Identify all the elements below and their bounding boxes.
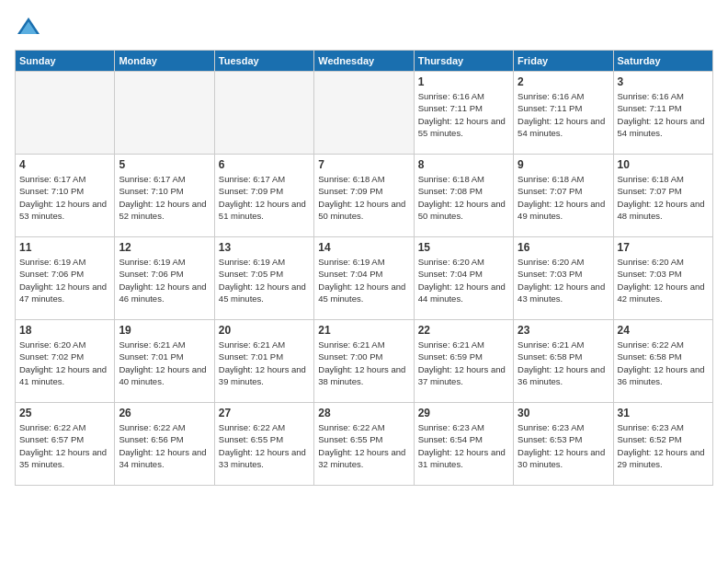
calendar-cell: 4Sunrise: 6:17 AM Sunset: 7:10 PM Daylig… xyxy=(16,155,115,237)
day-info: Sunrise: 6:21 AM Sunset: 7:00 PM Dayligh… xyxy=(318,339,409,387)
day-number: 23 xyxy=(518,324,609,337)
calendar-cell: 20Sunrise: 6:21 AM Sunset: 7:01 PM Dayli… xyxy=(214,320,313,403)
day-number: 21 xyxy=(318,324,409,337)
day-number: 1 xyxy=(418,75,509,88)
calendar-cell: 30Sunrise: 6:23 AM Sunset: 6:53 PM Dayli… xyxy=(514,403,613,486)
calendar-cell: 12Sunrise: 6:19 AM Sunset: 7:06 PM Dayli… xyxy=(115,237,214,320)
day-info: Sunrise: 6:18 AM Sunset: 7:08 PM Dayligh… xyxy=(418,173,509,222)
day-info: Sunrise: 6:18 AM Sunset: 7:09 PM Dayligh… xyxy=(318,173,409,222)
day-info: Sunrise: 6:23 AM Sunset: 6:52 PM Dayligh… xyxy=(618,421,709,470)
day-info: Sunrise: 6:23 AM Sunset: 6:53 PM Dayligh… xyxy=(518,421,609,470)
calendar-cell: 27Sunrise: 6:22 AM Sunset: 6:55 PM Dayli… xyxy=(214,403,313,486)
day-info: Sunrise: 6:21 AM Sunset: 6:58 PM Dayligh… xyxy=(518,339,609,387)
calendar-week-row: 18Sunrise: 6:20 AM Sunset: 7:02 PM Dayli… xyxy=(16,320,713,403)
calendar-cell xyxy=(314,72,414,155)
day-info: Sunrise: 6:21 AM Sunset: 6:59 PM Dayligh… xyxy=(418,339,509,387)
calendar-cell: 1Sunrise: 6:16 AM Sunset: 7:11 PM Daylig… xyxy=(414,72,513,155)
calendar-cell: 11Sunrise: 6:19 AM Sunset: 7:06 PM Dayli… xyxy=(16,237,115,320)
day-number: 5 xyxy=(119,158,210,171)
calendar-cell: 18Sunrise: 6:20 AM Sunset: 7:02 PM Dayli… xyxy=(16,320,115,403)
column-header-sunday: Sunday xyxy=(16,51,115,72)
day-number: 3 xyxy=(618,75,709,88)
calendar-cell: 2Sunrise: 6:16 AM Sunset: 7:11 PM Daylig… xyxy=(514,72,613,155)
calendar-cell: 22Sunrise: 6:21 AM Sunset: 6:59 PM Dayli… xyxy=(414,320,513,403)
day-info: Sunrise: 6:19 AM Sunset: 7:06 PM Dayligh… xyxy=(119,256,210,304)
day-info: Sunrise: 6:23 AM Sunset: 6:54 PM Dayligh… xyxy=(418,421,509,470)
calendar-cell: 8Sunrise: 6:18 AM Sunset: 7:08 PM Daylig… xyxy=(414,155,513,237)
day-number: 25 xyxy=(19,407,110,419)
day-info: Sunrise: 6:17 AM Sunset: 7:10 PM Dayligh… xyxy=(19,173,110,222)
day-number: 20 xyxy=(219,324,310,337)
calendar-week-row: 4Sunrise: 6:17 AM Sunset: 7:10 PM Daylig… xyxy=(16,155,713,237)
day-number: 4 xyxy=(19,158,110,171)
calendar-cell: 19Sunrise: 6:21 AM Sunset: 7:01 PM Dayli… xyxy=(115,320,214,403)
calendar-cell: 24Sunrise: 6:22 AM Sunset: 6:58 PM Dayli… xyxy=(613,320,712,403)
day-number: 19 xyxy=(119,324,210,337)
day-info: Sunrise: 6:22 AM Sunset: 6:58 PM Dayligh… xyxy=(618,339,709,387)
column-header-wednesday: Wednesday xyxy=(314,51,414,72)
day-number: 29 xyxy=(418,407,509,419)
calendar-cell: 21Sunrise: 6:21 AM Sunset: 7:00 PM Dayli… xyxy=(314,320,414,403)
calendar-cell xyxy=(115,72,214,155)
calendar-cell: 26Sunrise: 6:22 AM Sunset: 6:56 PM Dayli… xyxy=(115,403,214,486)
column-header-monday: Monday xyxy=(115,51,214,72)
calendar-cell xyxy=(16,72,115,155)
day-number: 16 xyxy=(518,241,609,254)
day-number: 11 xyxy=(19,241,110,254)
day-number: 14 xyxy=(318,241,409,254)
calendar-cell: 31Sunrise: 6:23 AM Sunset: 6:52 PM Dayli… xyxy=(613,403,712,486)
day-info: Sunrise: 6:18 AM Sunset: 7:07 PM Dayligh… xyxy=(518,173,609,222)
day-info: Sunrise: 6:21 AM Sunset: 7:01 PM Dayligh… xyxy=(219,339,310,387)
day-info: Sunrise: 6:19 AM Sunset: 7:06 PM Dayligh… xyxy=(19,256,110,304)
day-number: 8 xyxy=(418,158,509,171)
logo xyxy=(15,15,46,42)
day-info: Sunrise: 6:22 AM Sunset: 6:57 PM Dayligh… xyxy=(19,421,110,470)
calendar-cell: 14Sunrise: 6:19 AM Sunset: 7:04 PM Dayli… xyxy=(314,237,414,320)
day-number: 6 xyxy=(219,158,310,171)
day-info: Sunrise: 6:19 AM Sunset: 7:05 PM Dayligh… xyxy=(219,256,310,304)
column-header-friday: Friday xyxy=(514,51,613,72)
calendar-cell: 15Sunrise: 6:20 AM Sunset: 7:04 PM Dayli… xyxy=(414,237,513,320)
day-info: Sunrise: 6:18 AM Sunset: 7:07 PM Dayligh… xyxy=(618,173,709,222)
calendar-cell: 7Sunrise: 6:18 AM Sunset: 7:09 PM Daylig… xyxy=(314,155,414,237)
day-info: Sunrise: 6:22 AM Sunset: 6:55 PM Dayligh… xyxy=(318,421,409,470)
calendar-cell: 28Sunrise: 6:22 AM Sunset: 6:55 PM Dayli… xyxy=(314,403,414,486)
calendar-cell xyxy=(214,72,313,155)
day-number: 7 xyxy=(318,158,409,171)
day-number: 26 xyxy=(119,407,210,419)
day-info: Sunrise: 6:20 AM Sunset: 7:02 PM Dayligh… xyxy=(19,339,110,387)
calendar-cell: 29Sunrise: 6:23 AM Sunset: 6:54 PM Dayli… xyxy=(414,403,513,486)
page-header xyxy=(15,15,713,42)
calendar-week-row: 11Sunrise: 6:19 AM Sunset: 7:06 PM Dayli… xyxy=(16,237,713,320)
day-info: Sunrise: 6:22 AM Sunset: 6:56 PM Dayligh… xyxy=(119,421,210,470)
calendar-header-row: SundayMondayTuesdayWednesdayThursdayFrid… xyxy=(16,51,713,72)
calendar-cell: 3Sunrise: 6:16 AM Sunset: 7:11 PM Daylig… xyxy=(613,72,712,155)
calendar-cell: 16Sunrise: 6:20 AM Sunset: 7:03 PM Dayli… xyxy=(514,237,613,320)
calendar-table: SundayMondayTuesdayWednesdayThursdayFrid… xyxy=(15,50,713,486)
day-info: Sunrise: 6:20 AM Sunset: 7:03 PM Dayligh… xyxy=(518,256,609,304)
logo-icon xyxy=(15,15,42,42)
calendar-week-row: 25Sunrise: 6:22 AM Sunset: 6:57 PM Dayli… xyxy=(16,403,713,486)
day-number: 10 xyxy=(618,158,709,171)
day-number: 28 xyxy=(318,407,409,419)
calendar-cell: 9Sunrise: 6:18 AM Sunset: 7:07 PM Daylig… xyxy=(514,155,613,237)
calendar-cell: 17Sunrise: 6:20 AM Sunset: 7:03 PM Dayli… xyxy=(613,237,712,320)
calendar-cell: 6Sunrise: 6:17 AM Sunset: 7:09 PM Daylig… xyxy=(214,155,313,237)
day-number: 30 xyxy=(518,407,609,419)
calendar-week-row: 1Sunrise: 6:16 AM Sunset: 7:11 PM Daylig… xyxy=(16,72,713,155)
day-number: 31 xyxy=(618,407,709,419)
column-header-saturday: Saturday xyxy=(613,51,712,72)
column-header-thursday: Thursday xyxy=(414,51,513,72)
day-info: Sunrise: 6:16 AM Sunset: 7:11 PM Dayligh… xyxy=(518,90,609,139)
day-number: 12 xyxy=(119,241,210,254)
column-header-tuesday: Tuesday xyxy=(214,51,313,72)
day-number: 18 xyxy=(19,324,110,337)
calendar-cell: 25Sunrise: 6:22 AM Sunset: 6:57 PM Dayli… xyxy=(16,403,115,486)
day-info: Sunrise: 6:16 AM Sunset: 7:11 PM Dayligh… xyxy=(418,90,509,139)
calendar-cell: 13Sunrise: 6:19 AM Sunset: 7:05 PM Dayli… xyxy=(214,237,313,320)
day-info: Sunrise: 6:20 AM Sunset: 7:03 PM Dayligh… xyxy=(618,256,709,304)
day-number: 2 xyxy=(518,75,609,88)
day-number: 15 xyxy=(418,241,509,254)
day-info: Sunrise: 6:16 AM Sunset: 7:11 PM Dayligh… xyxy=(618,90,709,139)
day-info: Sunrise: 6:21 AM Sunset: 7:01 PM Dayligh… xyxy=(119,339,210,387)
